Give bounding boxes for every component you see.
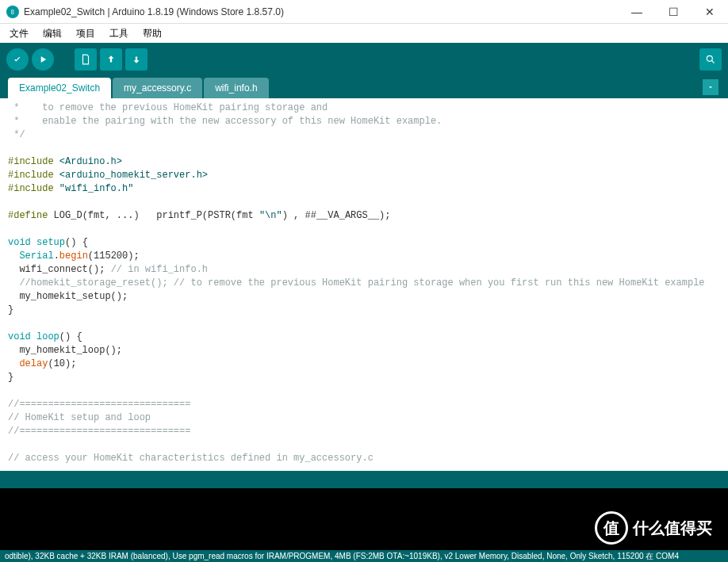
func-call: delay bbox=[19, 358, 48, 369]
code-editor[interactable]: * to remove the previous HomeKit pairing… bbox=[0, 98, 728, 471]
include-target: <Arduino.h> bbox=[59, 156, 122, 167]
file-icon bbox=[80, 54, 91, 65]
open-button[interactable] bbox=[100, 48, 122, 71]
menu-sketch[interactable]: 项目 bbox=[73, 25, 98, 42]
save-button[interactable] bbox=[125, 48, 148, 71]
include-target: "wifi_info.h" bbox=[59, 183, 134, 194]
status-bar bbox=[0, 471, 728, 488]
comment-line: */ bbox=[8, 129, 25, 140]
svg-point-0 bbox=[707, 55, 712, 61]
window-controls: — ☐ ✕ bbox=[625, 0, 722, 24]
preproc: #include bbox=[8, 183, 54, 194]
minimize-button[interactable]: — bbox=[625, 0, 649, 24]
arrow-right-icon bbox=[37, 54, 48, 65]
verify-button[interactable] bbox=[6, 48, 29, 71]
code-text: ) , ##__VA_ARGS__); bbox=[282, 210, 391, 221]
code-text: wifi_connect(); bbox=[8, 264, 111, 275]
preproc: #define bbox=[8, 210, 48, 221]
keyword: void bbox=[8, 331, 31, 342]
board-info: odtible), 32KB cache + 32KB IRAM (balanc… bbox=[5, 551, 679, 562]
toolbar bbox=[0, 43, 728, 76]
code-text: LOG_D(fmt, ...) printf_P(PSTR(fmt bbox=[48, 210, 259, 221]
include-target: <arduino_homekit_server.h> bbox=[59, 170, 208, 181]
upload-button[interactable] bbox=[32, 48, 54, 71]
method-name: begin bbox=[59, 250, 88, 262]
maximize-button[interactable]: ☐ bbox=[661, 0, 685, 24]
app-icon bbox=[6, 6, 19, 18]
close-button[interactable]: ✕ bbox=[698, 0, 722, 24]
comment-line: * enable the pairing with the new access… bbox=[8, 116, 442, 127]
keyword: void bbox=[8, 237, 31, 248]
new-button[interactable] bbox=[75, 48, 97, 71]
preproc: #include bbox=[8, 170, 54, 181]
editor-area: * to remove the previous HomeKit pairing… bbox=[0, 98, 728, 471]
menu-edit[interactable]: 编辑 bbox=[40, 25, 65, 42]
tab-bar: Example02_Switch my_accessory.c wifi_inf… bbox=[0, 76, 728, 98]
chevron-down-icon bbox=[707, 83, 715, 91]
code-text: () { bbox=[59, 331, 82, 342]
menu-bar: 文件 编辑 项目 工具 帮助 bbox=[0, 24, 728, 43]
footer-bar: odtible), 32KB cache + 32KB IRAM (balanc… bbox=[0, 550, 728, 562]
number-literal: 115200 bbox=[94, 250, 128, 262]
comment-line: * to remove the previous HomeKit pairing… bbox=[8, 102, 328, 113]
code-text: my_homekit_loop(); bbox=[8, 345, 122, 356]
comment-line: // access your HomeKit characteristics d… bbox=[8, 453, 374, 464]
preproc: #include bbox=[8, 156, 54, 167]
arrow-down-icon bbox=[131, 54, 142, 65]
number-literal: 10 bbox=[54, 358, 65, 369]
comment-line: //homekit_storage_reset(); // to remove … bbox=[8, 277, 705, 289]
tab-main[interactable]: Example02_Switch bbox=[8, 78, 111, 98]
code-text: () { bbox=[65, 237, 88, 248]
comment-line: // in wifi_info.h bbox=[111, 264, 208, 275]
string-literal: "\n" bbox=[259, 210, 282, 221]
tab-accessory[interactable]: my_accessory.c bbox=[113, 78, 202, 98]
code-text: } bbox=[8, 372, 13, 383]
code-text: my_homekit_setup(); bbox=[8, 291, 128, 302]
arrow-up-icon bbox=[105, 54, 117, 65]
comment-line: //============================== bbox=[8, 399, 190, 410]
menu-file[interactable]: 文件 bbox=[6, 25, 32, 42]
menu-help[interactable]: 帮助 bbox=[140, 25, 165, 42]
tab-wifi[interactable]: wifi_info.h bbox=[204, 78, 268, 98]
serial-monitor-button[interactable] bbox=[699, 48, 722, 71]
class-name: Serial bbox=[19, 250, 53, 262]
func-name: setup bbox=[36, 237, 65, 248]
console-output[interactable] bbox=[0, 488, 728, 550]
magnifier-icon bbox=[705, 54, 716, 65]
tab-menu-button[interactable] bbox=[703, 79, 718, 95]
window-title: Example02_Switch | Arduino 1.8.19 (Windo… bbox=[24, 6, 625, 17]
comment-line: //============================== bbox=[8, 426, 190, 437]
check-icon bbox=[12, 54, 23, 65]
menu-tools[interactable]: 工具 bbox=[106, 25, 132, 42]
code-text: } bbox=[8, 304, 13, 315]
func-name: loop bbox=[36, 331, 59, 342]
comment-line: // HomeKit setup and loop bbox=[8, 412, 151, 423]
title-bar: Example02_Switch | Arduino 1.8.19 (Windo… bbox=[0, 0, 728, 24]
